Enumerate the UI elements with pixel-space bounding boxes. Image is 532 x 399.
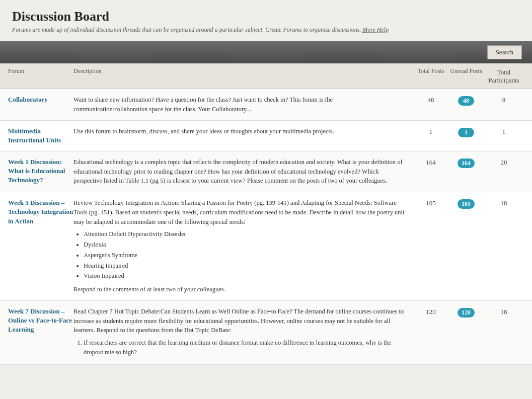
forum-name[interactable]: Week 7 Discussion – Online vs Face-to-Fa… (8, 307, 73, 335)
unread-posts: 48 (448, 95, 484, 106)
main-content: Forum Description Total Posts Unread Pos… (0, 63, 532, 365)
forum-name[interactable]: Multimedia Instructional Units (8, 127, 73, 145)
total-posts: 120 (413, 307, 448, 316)
table-row: Week 7 Discussion – Online vs Face-to-Fa… (0, 301, 532, 365)
page-subtitle: Forums are made up of individual discuss… (12, 26, 520, 34)
forum-description: Review Technology Integration in Action:… (73, 198, 413, 294)
total-posts: 105 (413, 198, 448, 207)
unread-posts: 164 (448, 157, 484, 168)
col-header-description: Description (73, 67, 413, 85)
table-row: Week 5 Discussion – Technology Integrati… (0, 192, 532, 301)
forum-name[interactable]: Week 1 Discussion: What is Educational T… (8, 157, 73, 185)
forum-description: Use this forum to brainstorm, discuss, a… (73, 127, 413, 136)
total-posts: 48 (413, 95, 448, 104)
list-item: If researchers are correct that the lear… (84, 338, 408, 357)
list-item: Attention Deficit Hyperactivity Disorder (84, 229, 408, 239)
numbered-list: If researchers are correct that the lear… (84, 338, 408, 357)
forum-name[interactable]: Week 5 Discussion – Technology Integrati… (8, 198, 73, 226)
table-row: Collaboratory Want to share new informat… (0, 89, 532, 121)
forum-name[interactable]: Collaboratory (8, 95, 73, 104)
table-row: Week 1 Discussion: What is Educational T… (0, 151, 532, 192)
unread-posts: 120 (448, 307, 484, 317)
unread-badge: 120 (458, 308, 475, 317)
total-participants: 20 (484, 157, 524, 167)
page-header: Discussion Board Forums are made up of i… (0, 0, 532, 41)
list-item: Dyslexia (84, 240, 408, 250)
list-item: Hearing Impaired (84, 261, 408, 271)
search-button[interactable]: Search (487, 45, 522, 59)
col-header-unread-posts: Unread Posts (448, 67, 484, 85)
page-title: Discussion Board (12, 9, 520, 24)
special-needs-list: Attention Deficit Hyperactivity Disorder… (84, 229, 408, 281)
unread-badge: 164 (458, 158, 475, 168)
forum-description: Read Chapter 7 Hot Topic Debate:Can Stud… (73, 307, 413, 358)
total-participants: 8 (484, 95, 524, 104)
total-participants: 18 (484, 307, 524, 316)
col-header-forum: Forum (8, 67, 73, 85)
total-posts: 164 (413, 157, 448, 167)
total-participants: 1 (484, 127, 524, 136)
list-footer: Respond to the comments of at least two … (73, 285, 408, 294)
unread-badge: 105 (458, 199, 475, 209)
table-row: Multimedia Instructional Units Use this … (0, 121, 532, 151)
list-item: Asperger's Syndrome (84, 251, 408, 260)
total-posts: 1 (413, 127, 448, 136)
forum-description: Educational technology is a complex topi… (73, 157, 413, 186)
toolbar: Search (0, 41, 532, 63)
col-header-participants: Total Participants (484, 67, 524, 85)
unread-posts: 1 (448, 127, 484, 137)
forum-description: Want to share new information? Have a qu… (73, 95, 413, 114)
unread-badge: 48 (458, 96, 474, 106)
unread-badge: 1 (458, 128, 474, 137)
list-item: Vision Impaired (84, 271, 408, 281)
total-participants: 18 (484, 198, 524, 207)
col-header-total-posts: Total Posts (413, 67, 448, 85)
table-header: Forum Description Total Posts Unread Pos… (0, 63, 532, 89)
unread-posts: 105 (448, 198, 484, 209)
more-help-link[interactable]: More Help (362, 26, 389, 33)
